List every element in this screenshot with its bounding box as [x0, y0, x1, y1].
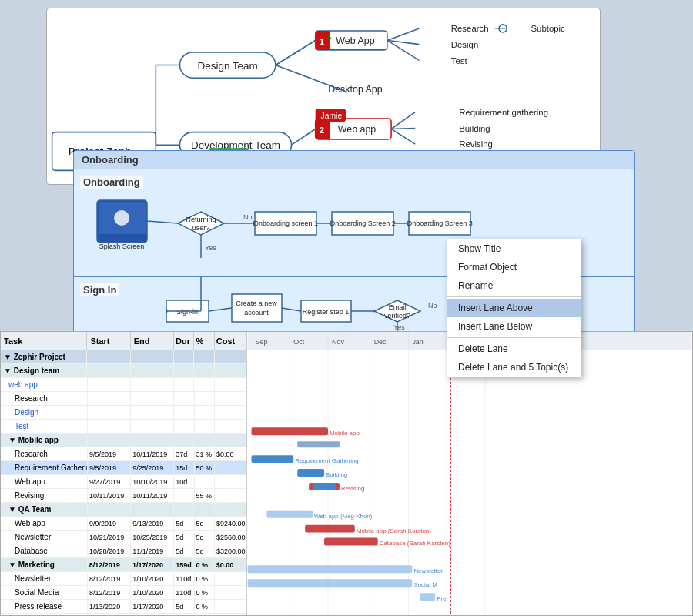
svg-text:Web app: Web app	[338, 124, 377, 135]
svg-rect-136	[252, 427, 328, 435]
task-name: Revising	[1, 489, 88, 502]
menu-show-title[interactable]: Show Title	[447, 239, 581, 258]
svg-text:No: No	[243, 213, 253, 221]
menu-delete-lane-topics[interactable]: Delete Lane and 5 Topic(s)	[447, 358, 581, 377]
svg-text:Mobile app (Sarah Karsten): Mobile app (Sarah Karsten)	[357, 527, 431, 534]
task-name: Web app	[1, 517, 88, 530]
svg-rect-140	[297, 469, 324, 477]
svg-line-32	[391, 129, 415, 144]
svg-text:Dec: Dec	[374, 338, 387, 346]
svg-line-30	[391, 112, 415, 129]
gantt-row[interactable]: Research 9/5/201910/11/201937d31 %$0.00	[1, 447, 246, 461]
svg-text:Onboarding Screen 3: Onboarding Screen 3	[407, 219, 473, 227]
gantt-row[interactable]: Test	[1, 420, 246, 434]
gantt-row[interactable]: Press release 1/13/20201/17/20205d0 %	[1, 600, 246, 614]
context-menu[interactable]: Show Title Format Object Rename Insert L…	[447, 239, 581, 377]
svg-text:1: 1	[320, 37, 325, 46]
gantt-row[interactable]: Database 10/28/201911/1/20195d5d$3200.00	[1, 544, 246, 558]
svg-rect-138	[252, 455, 294, 463]
svg-text:Web app (Meg Khon): Web app (Meg Khon)	[314, 513, 373, 520]
gantt-header-row: Task Start End Dur % Cost	[1, 332, 246, 350]
gantt-col-start: Start	[87, 332, 130, 350]
svg-line-29	[292, 129, 316, 145]
svg-line-78	[209, 308, 232, 311]
svg-rect-142	[313, 483, 336, 490]
gantt-row[interactable]: Newsletter 8/12/20191/10/2020110d0 %	[1, 572, 246, 586]
svg-text:Building: Building	[326, 471, 347, 478]
svg-text:Building: Building	[459, 124, 490, 133]
gantt-row[interactable]: ▼ Mobile app	[1, 434, 246, 447]
svg-line-79	[282, 308, 301, 311]
gantt-row[interactable]: Requirement Gathering 9/5/20199/25/20191…	[1, 461, 246, 475]
menu-delete-lane[interactable]: Delete Lane	[447, 340, 581, 358]
menu-format-object[interactable]: Format Object	[447, 258, 581, 276]
svg-text:Nov: Nov	[332, 338, 344, 346]
svg-text:Pre: Pre	[437, 595, 447, 602]
svg-text:Register step 1: Register step 1	[303, 308, 350, 316]
task-name: Test	[1, 420, 88, 433]
svg-rect-145	[305, 525, 355, 533]
svg-text:Newsletter: Newsletter	[413, 567, 443, 574]
gantt-row[interactable]: Revising 10/11/201910/11/201955 %	[1, 489, 246, 503]
gantt-col-cost: Cost	[215, 332, 246, 350]
menu-rename[interactable]: Rename	[447, 276, 581, 295]
task-name: ▼ Zephir Project	[1, 350, 87, 363]
svg-text:Test: Test	[451, 56, 468, 65]
svg-text:Email: Email	[389, 303, 407, 311]
svg-text:Web App: Web App	[336, 35, 374, 46]
svg-text:verified?: verified?	[384, 312, 410, 320]
gantt-row[interactable]: ▼ QA Team	[1, 503, 246, 517]
task-name: ▼ Mobile app	[1, 434, 88, 447]
svg-text:Onboarding screen 1: Onboarding screen 1	[253, 219, 318, 227]
gantt-row[interactable]: ▼ Design team	[1, 364, 246, 378]
svg-text:Yes: Yes	[205, 244, 216, 252]
menu-divider-1	[447, 296, 581, 297]
gantt-row[interactable]: Social Media 8/12/20191/10/2020110d0 %	[1, 586, 246, 600]
svg-marker-82	[373, 308, 374, 314]
menu-insert-lane-above[interactable]: Insert Lane Above	[447, 299, 581, 317]
gantt-col-dur: Dur	[174, 332, 194, 350]
svg-text:Social M: Social M	[413, 581, 437, 588]
svg-text:Onboarding Screen 2: Onboarding Screen 2	[330, 219, 396, 227]
svg-text:Design: Design	[451, 40, 478, 49]
gantt-row[interactable]: ▼ Marketing 8/12/20191/17/2020159d0 %$0.…	[1, 558, 246, 572]
svg-text:Requirement gathering: Requirement gathering	[459, 108, 548, 117]
gantt-task-list: Task Start End Dur % Cost ▼ Zephir Proje…	[1, 332, 247, 615]
svg-rect-149	[248, 565, 413, 573]
task-name: web app	[1, 378, 88, 391]
svg-text:Oct: Oct	[293, 338, 304, 346]
svg-text:Research: Research	[451, 24, 489, 33]
task-name: Social Media	[1, 586, 88, 599]
svg-rect-151	[248, 579, 413, 587]
svg-text:Database (Sarah Karsten): Database (Sarah Karsten)	[380, 540, 451, 547]
svg-line-10	[387, 28, 419, 41]
svg-text:Requirement Gathering: Requirement Gathering	[295, 457, 359, 464]
svg-point-43	[114, 210, 129, 226]
svg-rect-153	[420, 593, 435, 601]
gantt-row[interactable]: Newsletter 10/21/201910/25/20195d5d$2560…	[1, 531, 246, 544]
svg-line-8	[276, 40, 316, 65]
design-team-node: Design Team	[197, 60, 257, 72]
lane-signin-label: Sign In	[80, 283, 119, 296]
task-name: Newsletter	[1, 531, 88, 544]
task-name: ▼ Marketing	[1, 558, 88, 571]
svg-rect-155	[297, 441, 340, 447]
task-name: Web app	[1, 475, 88, 488]
gantt-row[interactable]: ▼ Zephir Project	[1, 350, 246, 364]
lane-onboarding-label: Onboarding	[80, 176, 143, 189]
gantt-row[interactable]: Web app 9/9/20199/13/20195d5d$9240.00	[1, 517, 246, 531]
task-name: Requirement Gathering	[1, 461, 88, 474]
gantt-row[interactable]: web app	[1, 378, 246, 392]
gantt-col-task: Task	[1, 332, 87, 350]
svg-text:account: account	[244, 309, 269, 316]
gantt-row[interactable]: Design	[1, 406, 246, 420]
task-name: ▼ QA Team	[1, 503, 88, 516]
svg-text:Sep: Sep	[256, 338, 268, 346]
svg-rect-66	[232, 294, 282, 322]
svg-text:Create a new: Create a new	[236, 300, 277, 307]
task-name: Newsletter	[1, 572, 88, 585]
gantt-col-pct: %	[194, 332, 214, 350]
gantt-row[interactable]: Web app 9/27/201910/10/201910d	[1, 475, 246, 489]
menu-insert-lane-below[interactable]: Insert Lane Below	[447, 317, 581, 336]
gantt-row[interactable]: Research	[1, 392, 246, 406]
